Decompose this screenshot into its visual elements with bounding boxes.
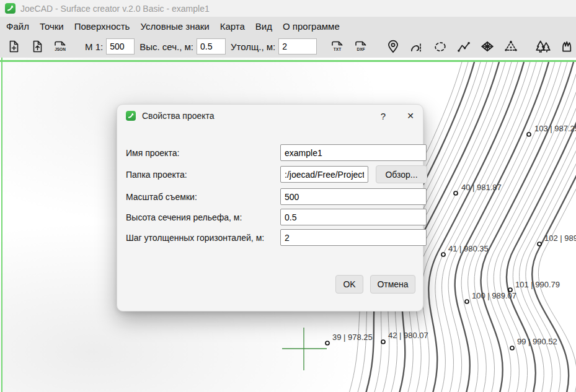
contour-line — [414, 62, 512, 392]
survey-point-label: 100 | 989.07 — [472, 291, 516, 300]
conifer-tree-icon — [534, 38, 552, 54]
app-logo-icon — [5, 3, 16, 14]
contour-interval-label: Высота сечения рельефа, м: — [126, 212, 242, 222]
tin-triangle-icon — [503, 38, 519, 54]
point-marker-button[interactable] — [384, 37, 402, 56]
dxf-export-icon: DXF — [352, 39, 370, 54]
txt-export-icon: TXT — [329, 39, 346, 54]
dialog-actions: OK Отмена — [335, 275, 415, 294]
survey-scale-label: Масштаб съемки: — [126, 192, 197, 202]
survey-scale-row: Масштаб съемки: — [126, 188, 415, 205]
txt-export-button[interactable]: TXT — [328, 37, 347, 56]
project-properties-dialog: Свойства проекта ? ✕ Имя проекта: Папка … — [117, 104, 423, 311]
json-file-button[interactable]: JSON — [51, 37, 69, 56]
project-folder-label: Папка проекта: — [126, 170, 187, 180]
mesh-surface-button[interactable] — [478, 37, 497, 56]
survey-point[interactable] — [441, 253, 445, 256]
project-folder-row: Папка проекта: Обзор... — [126, 166, 415, 183]
svg-text:DXF: DXF — [357, 47, 365, 51]
thickened-step-label: Утолщ., м: — [231, 41, 275, 52]
dialog-title: Свойства проекта — [142, 111, 373, 121]
menu-points[interactable]: Точки — [40, 21, 64, 32]
new-project-button[interactable] — [4, 37, 22, 56]
contour-interval-input[interactable] — [280, 209, 427, 225]
section-height-label: Выс. сеч., м: — [140, 41, 193, 52]
conifer-tree-button[interactable] — [534, 37, 552, 56]
mesh-surface-icon — [479, 38, 495, 54]
dialog-help-button[interactable]: ? — [373, 111, 393, 121]
survey-point[interactable] — [326, 341, 329, 345]
menu-surface[interactable]: Поверхность — [74, 21, 130, 32]
json-file-icon: JSON — [51, 39, 69, 54]
toolbar: JSON М 1: Выс. сеч., м: Утолщ., м: TXT D… — [0, 35, 576, 58]
survey-point-label: 40 | 981.87 — [461, 183, 502, 192]
scale-label: М 1: — [85, 41, 103, 52]
ok-button[interactable]: OK — [335, 275, 363, 294]
dashed-contour-icon — [432, 38, 448, 54]
survey-point[interactable] — [527, 133, 531, 136]
thickened-contour-label: Шаг утолщенных горизонталей, м: — [126, 233, 264, 243]
survey-point[interactable] — [454, 191, 458, 195]
project-name-input[interactable] — [280, 144, 427, 161]
thickened-contour-input[interactable] — [280, 229, 427, 246]
dialog-logo-icon — [126, 111, 136, 121]
survey-scale-input[interactable] — [280, 188, 427, 205]
contour-interval-row: Высота сечения рельефа, м: — [126, 209, 415, 225]
app-window: JoeCAD - Surface creator v.2.0 Basic - e… — [0, 0, 576, 392]
project-name-label: Имя проекта: — [126, 148, 179, 158]
polyline-icon — [456, 38, 472, 54]
browse-button[interactable]: Обзор... — [376, 165, 427, 183]
survey-point[interactable] — [465, 300, 469, 303]
grass-icon — [559, 38, 575, 54]
thickened-step-input[interactable] — [278, 38, 317, 54]
slope-curve-icon — [409, 38, 425, 54]
new-project-icon — [6, 39, 20, 54]
svg-text:JSON: JSON — [55, 47, 66, 51]
menu-bar: Файл Точки Поверхность Условные знаки Ка… — [0, 17, 576, 35]
dxf-export-button[interactable]: DXF — [352, 37, 370, 56]
survey-point-label: 41 | 980.35 — [448, 244, 489, 253]
survey-point[interactable] — [381, 340, 385, 344]
svg-text:TXT: TXT — [334, 47, 341, 51]
survey-point-label: 102 | 989 — [544, 233, 576, 243]
survey-point-label: 99 | 990.52 — [517, 337, 557, 346]
project-name-row: Имя проекта: — [126, 144, 415, 161]
cancel-button[interactable]: Отмена — [370, 275, 415, 294]
survey-point-label: 39 | 978.25 — [332, 333, 373, 342]
dashed-contour-button[interactable] — [431, 37, 450, 56]
section-height-input[interactable] — [197, 38, 226, 54]
tin-triangle-button[interactable] — [502, 37, 520, 56]
window-title: JoeCAD - Surface creator v.2.0 Basic - e… — [20, 4, 210, 14]
survey-point-label: 42 | 980.07 — [388, 331, 428, 340]
survey-point-label: 103 | 987.25 — [534, 124, 576, 133]
point-marker-icon — [385, 38, 401, 54]
menu-map[interactable]: Карта — [220, 21, 245, 32]
thickened-contour-row: Шаг утолщенных горизонталей, м: — [126, 229, 415, 246]
survey-point[interactable] — [538, 242, 541, 246]
survey-point-label: 101 | 990.79 — [515, 280, 560, 289]
menu-file[interactable]: Файл — [6, 21, 29, 32]
survey-point[interactable] — [510, 346, 514, 350]
dialog-title-bar: Свойства проекта ? ✕ — [117, 105, 423, 127]
dialog-close-button[interactable]: ✕ — [393, 111, 414, 121]
scale-input[interactable] — [106, 38, 135, 54]
open-project-button[interactable] — [27, 37, 46, 56]
menu-view[interactable]: Вид — [255, 21, 272, 32]
open-project-icon — [29, 39, 44, 54]
menu-about[interactable]: О программе — [283, 21, 340, 32]
slope-curve-button[interactable] — [407, 37, 426, 56]
title-bar: JoeCAD - Surface creator v.2.0 Basic - e… — [0, 0, 576, 17]
grass-button[interactable] — [557, 37, 576, 56]
polyline-button[interactable] — [454, 37, 473, 56]
menu-symbols[interactable]: Условные знаки — [140, 21, 209, 32]
project-folder-input[interactable] — [280, 166, 368, 183]
